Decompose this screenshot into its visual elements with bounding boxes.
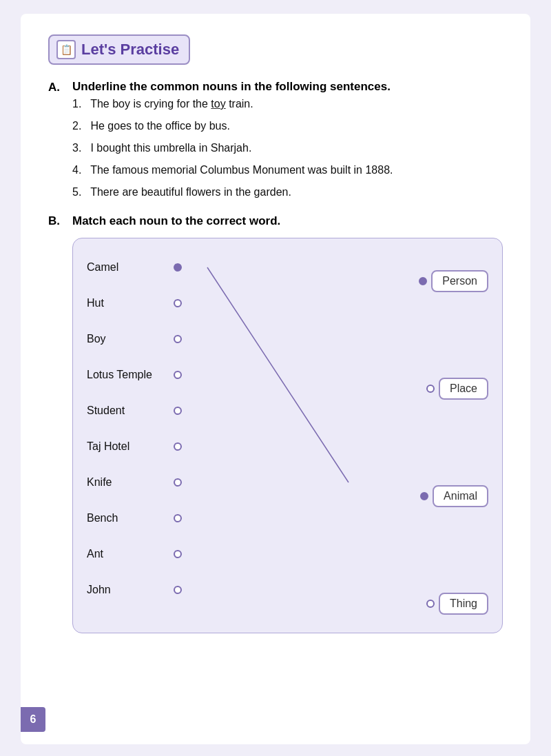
right-column: Person Place Animal <box>308 249 488 622</box>
sentence-1-num: 1. <box>72 96 87 112</box>
left-item-hut-text: Hut <box>87 297 169 309</box>
right-dot-thing[interactable] <box>426 600 435 608</box>
right-dot-person[interactable] <box>419 277 427 285</box>
sentences-list: 1. The boy is crying for the toy train. … <box>72 96 503 201</box>
category-person: Person <box>431 270 488 292</box>
dot-ant[interactable] <box>174 550 182 558</box>
header-box: 📋 Let's Practise <box>48 34 190 65</box>
left-item-student-text: Student <box>87 405 169 417</box>
sentence-2-num: 2. <box>72 118 87 134</box>
right-dot-place[interactable] <box>426 385 435 393</box>
section-a-instruction: Underline the common nouns in the follow… <box>72 80 391 94</box>
page-content: 📋 Let's Practise A. Underline the common… <box>21 14 530 744</box>
left-item-knife-text: Knife <box>87 476 169 489</box>
dot-bench[interactable] <box>174 514 182 522</box>
left-item-camel-text: Camel <box>87 261 169 274</box>
left-item-knife: Knife <box>87 464 308 500</box>
match-container: Camel Hut Boy Lotus Temple Student <box>72 238 503 633</box>
left-item-lotus-temple: Lotus Temple <box>87 357 308 393</box>
section-b-instruction: Match each noun to the correct word. <box>72 214 280 228</box>
left-item-student: Student <box>87 393 308 429</box>
category-place: Place <box>439 378 488 400</box>
section-b-row: B. Match each noun to the correct word. <box>48 214 503 228</box>
dot-taj[interactable] <box>174 442 182 451</box>
left-item-ant: Ant <box>87 536 308 572</box>
header-title: Let's Practise <box>81 41 179 59</box>
right-item-place: Place <box>426 371 488 407</box>
section-b-label: B. <box>48 214 72 228</box>
left-item-ant-text: Ant <box>87 548 169 560</box>
dot-hut[interactable] <box>174 299 182 307</box>
left-item-bench-text: Bench <box>87 512 169 524</box>
left-item-bench: Bench <box>87 500 308 536</box>
dot-knife[interactable] <box>174 478 182 487</box>
section-a-row: A. Underline the common nouns in the fol… <box>48 80 503 94</box>
sentence-2: 2. He goes to the office by bus. <box>72 118 503 134</box>
dot-camel[interactable] <box>174 263 182 272</box>
left-item-lotus-text: Lotus Temple <box>87 369 169 381</box>
notebook-icon: 📋 <box>56 40 76 59</box>
page-number: 6 <box>21 707 45 732</box>
sentence-3-num: 3. <box>72 140 87 156</box>
left-item-boy-text: Boy <box>87 333 169 345</box>
sentence-4: 4. The famous memorial Columbus Monument… <box>72 162 503 178</box>
right-dot-animal[interactable] <box>420 492 428 500</box>
dot-boy[interactable] <box>174 335 182 343</box>
dot-student[interactable] <box>174 407 182 415</box>
sentence-5-num: 5. <box>72 184 87 201</box>
left-item-taj-text: Taj Hotel <box>87 440 169 453</box>
left-item-taj-hotel: Taj Hotel <box>87 429 308 464</box>
left-item-boy: Boy <box>87 321 308 357</box>
right-item-animal: Animal <box>420 478 488 514</box>
left-item-john-text: John <box>87 584 169 596</box>
dot-john[interactable] <box>174 586 182 594</box>
dot-lotus[interactable] <box>174 371 182 379</box>
left-item-john: John <box>87 572 308 608</box>
sentence-1: 1. The boy is crying for the toy train. <box>72 96 503 112</box>
section-a-label: A. <box>48 81 72 94</box>
right-item-person: Person <box>419 263 488 299</box>
left-item-camel: Camel <box>87 249 308 285</box>
sentence-5: 5. There are beautiful flowers in the ga… <box>72 184 503 201</box>
left-column: Camel Hut Boy Lotus Temple Student <box>87 249 308 622</box>
category-thing: Thing <box>439 593 488 615</box>
right-item-thing: Thing <box>426 586 488 622</box>
match-inner: Camel Hut Boy Lotus Temple Student <box>87 249 488 622</box>
sentence-4-num: 4. <box>72 162 87 178</box>
category-animal: Animal <box>433 485 488 507</box>
underlined-toy: toy <box>211 98 225 110</box>
sentence-3: 3. I bought this umbrella in Sharjah. <box>72 140 503 156</box>
left-item-hut: Hut <box>87 285 308 321</box>
